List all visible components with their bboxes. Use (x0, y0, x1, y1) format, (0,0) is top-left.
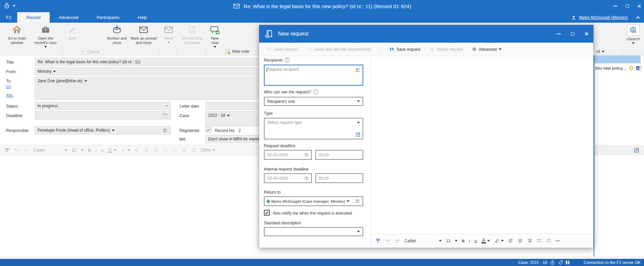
format-painter-button[interactable] (375, 238, 380, 244)
edit-button[interactable]: Edit (65, 24, 80, 41)
bullet-list-button[interactable] (537, 238, 542, 243)
deadline-field[interactable] (35, 111, 171, 119)
archive-and-close-button[interactable]: Archive and close (105, 24, 128, 45)
numbered-list-button[interactable] (546, 238, 551, 243)
tab-participants[interactable]: Participants (88, 12, 129, 23)
people-icon[interactable] (355, 67, 361, 73)
collapse-ribbon-icon[interactable] (636, 16, 640, 20)
font-family-select[interactable]: Calibri (33, 148, 67, 153)
dialog-close-button[interactable] (585, 32, 589, 36)
align-right-button[interactable] (527, 238, 532, 243)
redo-button[interactable] (395, 238, 400, 244)
align-center-button[interactable] (518, 238, 523, 243)
format-painter-button[interactable] (4, 148, 9, 153)
numbered-list-button[interactable] (172, 148, 177, 153)
pause-icon[interactable] (566, 261, 569, 264)
current-user-link[interactable]: Myles McDougall (Ministry) (579, 15, 628, 20)
go-to-main-window-button[interactable]: Go to main window (3, 24, 30, 45)
type-select[interactable]: Select request type (264, 118, 363, 139)
font-family-select[interactable]: Calibri (404, 239, 442, 243)
undo-button[interactable] (14, 148, 19, 153)
italic-button[interactable]: i (469, 238, 470, 244)
undo-button[interactable] (385, 238, 390, 244)
registered-checkbox[interactable] (205, 127, 211, 133)
cut-record-button[interactable]: rd (596, 49, 604, 54)
zoom-select[interactable]: 100% (201, 148, 215, 153)
visibility-select[interactable]: Recipient's unit (264, 97, 363, 106)
font-size-select[interactable]: 12 (72, 148, 84, 153)
close-button[interactable] (637, 4, 641, 8)
align-left-button[interactable] (508, 238, 513, 243)
italic-button[interactable]: i (95, 148, 97, 153)
xbc-link[interactable]: Xbc (6, 93, 13, 98)
outdent-button[interactable] (182, 148, 187, 153)
tab-record[interactable]: Record (17, 12, 50, 23)
notify-checkbox[interactable] (264, 210, 270, 216)
request-deadline-date-field[interactable] (264, 150, 312, 160)
stopwatch-icon[interactable] (550, 260, 555, 265)
csearch-button[interactable]: cSearch (624, 24, 642, 44)
internal-deadline-time-input[interactable] (319, 176, 360, 181)
highlight-button[interactable] (494, 238, 504, 244)
tag-icon[interactable] (558, 260, 563, 265)
font-color-button[interactable]: A (481, 238, 490, 243)
indent-button[interactable] (191, 148, 196, 153)
expand-icon[interactable] (634, 148, 639, 153)
calendar-icon[interactable] (304, 176, 308, 181)
open-records-case-button[interactable]: Open the record's case (31, 24, 60, 48)
expand-icon[interactable] (355, 132, 361, 137)
internal-deadline-date-field[interactable] (264, 173, 312, 183)
save-request-button[interactable]: Save request (389, 47, 420, 52)
alert-icon[interactable]: ! (313, 89, 318, 94)
align-center-button[interactable] (144, 148, 149, 153)
advanced-button[interactable]: Advanced (472, 47, 501, 52)
minimize-button[interactable] (614, 6, 618, 6)
internal-deadline-date-input[interactable] (267, 176, 302, 181)
recipients-field[interactable] (264, 65, 363, 86)
align-left-button[interactable] (134, 148, 140, 153)
send-button[interactable]: Send (161, 24, 176, 43)
cancel-button[interactable]: Cancel (80, 49, 100, 54)
font-size-select[interactable]: 12 (446, 239, 457, 243)
redo-button[interactable] (24, 148, 29, 153)
request-deadline-date-input[interactable] (267, 153, 302, 157)
new-chat-button[interactable]: New chat (207, 24, 222, 48)
dialog-minimize-button[interactable] (557, 34, 561, 34)
attachment-row[interactable]: this new policy.... (595, 65, 643, 71)
set-record-complete-button[interactable]: Set record to 'Complete' (179, 24, 205, 45)
status-field[interactable]: In progress (35, 102, 171, 110)
bold-button[interactable]: b (88, 148, 91, 153)
underline-button[interactable]: u (475, 238, 477, 243)
underline-button[interactable]: u (101, 148, 103, 153)
maximize-button[interactable] (626, 4, 629, 8)
send-request-button[interactable]: Send request (267, 47, 298, 52)
highlight-button[interactable] (121, 148, 130, 153)
tab-advanced[interactable]: Advanced (50, 12, 88, 23)
align-right-button[interactable] (153, 148, 158, 153)
request-deadline-time-input[interactable] (319, 153, 360, 157)
help-icon[interactable]: ? (285, 58, 290, 63)
calendar-icon[interactable] (304, 152, 308, 158)
bullet-list-button[interactable] (163, 148, 168, 153)
people-icon[interactable] (162, 128, 168, 133)
dialog-maximize-button[interactable] (571, 32, 574, 36)
preview-divider[interactable] (594, 56, 594, 257)
new-note-button[interactable]: New note (225, 49, 249, 54)
send-allocate-button[interactable]: Send and allocate responsibility (307, 47, 371, 52)
internal-deadline-time-field[interactable] (315, 173, 363, 183)
request-deadline-time-field[interactable] (315, 150, 363, 160)
bold-button[interactable]: b (462, 238, 465, 243)
responsible-field[interactable]: Penelope Poole (Head of office, Politics… (35, 126, 171, 134)
tab-f2[interactable]: F2 (0, 12, 17, 23)
standard-description-select[interactable] (264, 227, 363, 236)
font-color-button[interactable]: A (108, 148, 116, 153)
cc-link[interactable]: Cc (6, 84, 11, 89)
tab-help[interactable]: Help (129, 12, 156, 23)
recipients-input[interactable] (265, 65, 363, 85)
people-icon[interactable] (355, 198, 361, 204)
return-to-select[interactable]: Myles McDougall (Case manager, Ministry) (264, 196, 363, 206)
more-options-button[interactable]: ••• (555, 239, 560, 243)
delete-request-button[interactable]: Delete request (429, 47, 463, 52)
dialog-title-bar[interactable]: New request (259, 25, 593, 43)
mark-as-unread-button[interactable]: Mark as unread and close (129, 24, 158, 45)
